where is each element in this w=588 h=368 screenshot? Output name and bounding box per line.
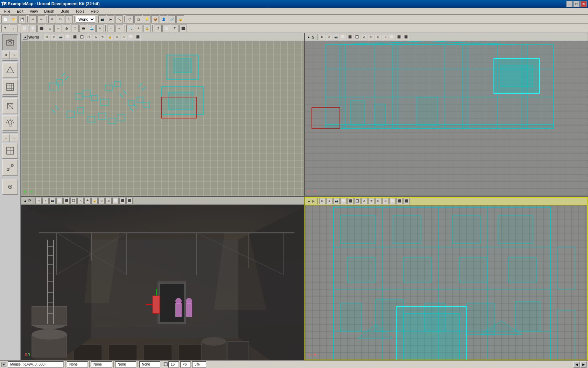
viewport-perspective[interactable]: ▲ P R # 📷 ⬜ ⬛ 🔲 A 👁 🔒 G .S ⬜ ⬛ ⬛ <box>21 197 304 360</box>
vp-side-v2[interactable]: ⬛ <box>347 34 353 40</box>
tb-undo[interactable]: ↩ <box>29 15 37 23</box>
tb2-lock[interactable]: 🔒 <box>143 25 151 32</box>
tb-redo[interactable]: ↪ <box>37 15 45 23</box>
tb-rotate[interactable]: ↻ <box>57 15 64 23</box>
vp-top-extra[interactable]: ⬛ <box>135 34 141 40</box>
close-button[interactable]: ✕ <box>580 1 587 7</box>
tb2-brush-sub[interactable]: − <box>115 25 123 32</box>
vp-side-s[interactable]: .S <box>382 34 388 40</box>
tb2-brush-add[interactable]: + <box>107 25 115 32</box>
vp-front-scroll-up[interactable]: ▲ <box>307 199 312 204</box>
vp-persp-eye[interactable]: 👁 <box>84 198 91 204</box>
vp-top-realtime[interactable]: R <box>44 34 50 40</box>
tb-open[interactable]: 📂 <box>10 15 18 23</box>
vp-side-scroll-up[interactable]: ▲ <box>306 35 311 40</box>
vp-front-maximize[interactable]: ⬜ <box>389 198 396 204</box>
vp-top-canvas[interactable]: X→ Y↑ <box>21 41 304 196</box>
tb-scale[interactable]: ⤡ <box>65 15 73 23</box>
vp-side-extra1[interactable]: ⬛ <box>396 34 402 40</box>
vp-front-actors[interactable]: A <box>361 198 368 204</box>
tb2-sheet[interactable]: □ <box>71 25 79 32</box>
tb-path[interactable]: 🔗 <box>168 15 176 23</box>
vp-top-view4[interactable]: ◻ <box>86 34 92 40</box>
vp-side-v1[interactable]: ⬜ <box>340 34 346 40</box>
tb2-curved[interactable]: ◑ <box>63 25 70 32</box>
vp-top-s[interactable]: .S <box>121 34 127 40</box>
vp-persp-s[interactable]: .S <box>105 198 112 204</box>
vp-top-view2[interactable]: ⬛ <box>72 34 78 40</box>
menu-brush[interactable]: Brush <box>41 8 57 14</box>
vp-side-maximize[interactable]: ⬜ <box>389 34 395 40</box>
tb2-grid[interactable]: # <box>135 25 142 32</box>
vp-top-camera[interactable]: 📷 <box>58 34 64 40</box>
vp-persp-extra2[interactable]: ⬛ <box>126 198 133 204</box>
vp-side-g[interactable]: G <box>375 34 381 40</box>
sidebar-mesh[interactable] <box>2 98 18 114</box>
vp-persp-extra1[interactable]: ⬛ <box>119 198 126 204</box>
title-bar-controls[interactable]: ─ □ ✕ <box>566 1 587 7</box>
vp-side-camera[interactable]: 📷 <box>333 34 339 40</box>
vp-top-view3[interactable]: 🔲 <box>79 34 85 40</box>
tb-play[interactable]: ▶ <box>107 15 114 23</box>
tb-static[interactable]: 📦 <box>151 15 159 23</box>
vp-side-realtime[interactable]: R <box>319 34 325 40</box>
vp-persp-v1[interactable]: ⬜ <box>56 198 63 204</box>
vp-top-view1[interactable]: ⬜ <box>65 34 71 40</box>
tb2-s[interactable]: .S <box>154 25 162 32</box>
menu-tools[interactable]: Tools <box>73 8 88 14</box>
tb2-cone[interactable]: △ <box>46 25 54 32</box>
vp-persp-scroll-up[interactable]: ▲ <box>23 198 28 203</box>
sidebar-texture[interactable] <box>2 79 18 95</box>
tb-move[interactable]: ✥ <box>48 15 56 23</box>
tb2-vol[interactable]: V <box>96 25 104 32</box>
viewport-top[interactable]: ▲ World R # 📷 ⬜ ⬛ 🔲 ◻ A 👁 🔒 G .S ⬜ ⬛ <box>21 33 304 197</box>
menu-view[interactable]: View <box>27 8 41 14</box>
menu-edit[interactable]: Edit <box>14 8 26 14</box>
viewport-front[interactable]: ▲ F R # 📷 ⬜ ⬛ 🔲 A 👁 G .S ⬜ ⬛ ⬛ <box>304 197 588 360</box>
vp-top-actors[interactable]: A <box>93 34 99 40</box>
vp-top-scroll-up[interactable]: ▲ <box>23 35 28 40</box>
tb2-box[interactable]: ⬜ <box>162 25 170 32</box>
vp-front-extra1[interactable]: ⬛ <box>396 198 402 204</box>
vp-front-grid[interactable]: # <box>326 198 332 204</box>
vp-front-s[interactable]: .S <box>382 198 388 204</box>
tb-camera[interactable]: 📷 <box>98 15 106 23</box>
vp-persp-grid[interactable]: # <box>42 198 49 204</box>
sidebar-geometry[interactable] <box>2 62 18 78</box>
tb2-camera-speed[interactable]: 🔍 <box>126 25 134 32</box>
tb2-water[interactable]: 🌊 <box>88 25 96 32</box>
vp-side-canvas[interactable]: X→ Z↑ <box>305 41 588 196</box>
maximize-button[interactable]: □ <box>573 1 580 7</box>
menu-help[interactable]: Help <box>88 8 102 14</box>
vp-top-eye[interactable]: 👁 <box>100 34 106 40</box>
vp-persp-realtime[interactable]: R <box>35 198 42 204</box>
tb2-cube[interactable]: ⬜ <box>21 25 28 32</box>
vp-side-actors[interactable]: A <box>361 34 367 40</box>
tb2-sphere[interactable]: ⚪ <box>29 25 37 32</box>
vp-front-camera[interactable]: 📷 <box>333 198 340 204</box>
menu-file[interactable]: File <box>1 8 13 14</box>
vp-front-eye[interactable]: 👁 <box>368 198 374 204</box>
vp-persp-v3[interactable]: 🔲 <box>70 198 77 204</box>
sidebar-add[interactable]: + <box>2 134 10 142</box>
vp-front-v3[interactable]: 🔲 <box>354 198 360 204</box>
sidebar-move-btn[interactable]: ✥ <box>2 51 10 59</box>
vp-front-v1[interactable]: ⬜ <box>340 198 346 204</box>
tb2-terrain[interactable]: 🏔 <box>79 25 87 32</box>
tb-bsp[interactable]: ◻ <box>134 15 142 23</box>
tb2-select[interactable]: T <box>1 25 9 32</box>
vp-persp-actors[interactable]: A <box>77 198 84 204</box>
vp-side-v3[interactable]: 🔲 <box>354 34 360 40</box>
vp-top-g[interactable]: G <box>114 34 120 40</box>
tb2-text[interactable]: T <box>171 25 178 32</box>
vp-top-grid[interactable]: # <box>51 34 57 40</box>
vp-persp-v2[interactable]: ⬛ <box>63 198 70 204</box>
sidebar-settings[interactable] <box>2 179 18 195</box>
vp-persp-g[interactable]: G <box>98 198 105 204</box>
vp-side-extra2[interactable]: ⬛ <box>403 34 409 40</box>
status-left-arrow[interactable]: ◀ <box>573 361 580 368</box>
vp-side-eye[interactable]: 👁 <box>368 34 374 40</box>
viewport-side[interactable]: ▲ S R # 📷 ⬜ ⬛ 🔲 A 👁 G .S ⬜ ⬛ ⬛ <box>304 33 588 197</box>
tb-build[interactable]: 🔨 <box>115 15 123 23</box>
tb-light[interactable]: 💡 <box>143 15 150 23</box>
